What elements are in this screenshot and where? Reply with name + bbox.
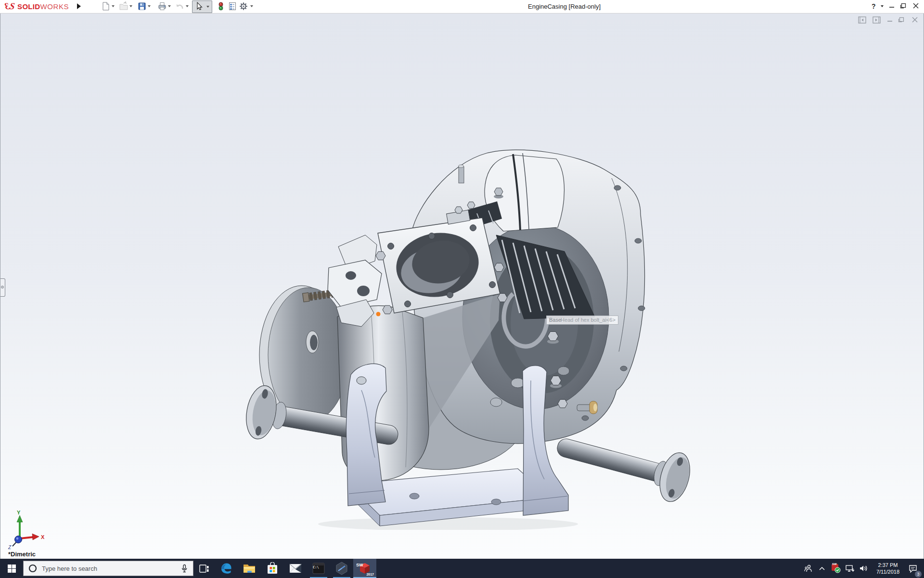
options-dropdown[interactable] (250, 5, 253, 7)
microsoft-store-icon (267, 562, 278, 575)
new-document-dropdown[interactable] (112, 5, 115, 7)
select-cursor-icon (194, 1, 204, 11)
hover-highlight-dot (376, 312, 381, 316)
close-window-icon[interactable] (912, 2, 919, 10)
triad-y-label: Y (17, 510, 21, 515)
graphics-viewport[interactable]: BaseHead of hex bolt_ai<6> Y X Z *Dimetr… (0, 13, 924, 559)
doc-close-icon[interactable] (911, 16, 918, 24)
help-icon[interactable]: ? (872, 2, 876, 10)
taskbar-clock[interactable]: 2:37 PM 7/11/2018 (873, 562, 903, 575)
cortana-icon (28, 564, 37, 573)
network-icon[interactable] (845, 561, 855, 576)
file-explorer-icon (243, 563, 256, 574)
hidden-icons-chevron-icon[interactable] (817, 561, 827, 576)
component-tooltip: BaseHead of hex bolt_ai<6> (546, 315, 618, 325)
cmd-icon-text: C:\ (313, 565, 319, 569)
notification-count-badge: 3 (915, 571, 922, 578)
open-icon[interactable] (119, 1, 128, 11)
sw-icon-year: 2017 (366, 573, 374, 576)
taskbar-app-command-prompt[interactable]: C:\ (307, 559, 330, 578)
tray-sw-letters: SW (832, 563, 837, 565)
microphone-icon[interactable] (180, 564, 188, 573)
taskbar-app-file-explorer[interactable] (238, 559, 261, 578)
taskbar-app-edge[interactable] (215, 559, 238, 578)
save-dropdown[interactable] (148, 5, 151, 7)
volume-icon[interactable] (859, 561, 869, 576)
solidworks-resource-monitor-icon[interactable]: SW (831, 561, 841, 576)
file-properties-icon[interactable] (228, 1, 237, 11)
start-button[interactable] (0, 559, 23, 578)
engine-casing-model[interactable] (159, 120, 722, 530)
clock-date: 7/11/2018 (873, 568, 903, 575)
title-bar: 3SSOLIDWORKS EngineCasing [Read-only] ? (0, 0, 924, 13)
feature-manager-collapsed-tab[interactable] (0, 278, 5, 297)
options-gear-icon[interactable] (239, 1, 248, 11)
right-pane-toggle-icon[interactable] (873, 16, 881, 24)
people-icon[interactable] (803, 561, 813, 576)
window-title: EngineCasing [Read-only] (528, 3, 601, 10)
solidworks-app-window: 3SSOLIDWORKS EngineCasing [Read-only] ? (0, 0, 924, 578)
view-orientation-label: *Dimetric (8, 551, 36, 558)
undo-icon[interactable] (175, 1, 185, 11)
open-dropdown[interactable] (129, 5, 132, 7)
action-center-icon[interactable]: 3 (907, 561, 919, 576)
search-input[interactable] (41, 565, 180, 573)
save-icon[interactable] (137, 1, 147, 11)
tooltip-text: Head of hex bolt_ai<6> (561, 317, 616, 323)
rebuild-traffic-light-icon[interactable] (216, 1, 226, 11)
doc-restore-icon[interactable] (898, 16, 905, 24)
undo-dropdown[interactable] (186, 5, 189, 7)
windows-taskbar: C:\ SW 2017 SW (0, 559, 924, 578)
edge-icon (220, 562, 232, 575)
task-view-button[interactable] (193, 559, 215, 578)
taskbar-app-solidworks[interactable]: SW 2017 (353, 559, 376, 578)
taskbar-search[interactable] (23, 561, 193, 576)
triad-x-label: X (41, 534, 45, 540)
minimize-window-icon[interactable] (888, 2, 895, 10)
new-document-icon[interactable] (101, 1, 111, 11)
select-dropdown[interactable] (206, 6, 209, 8)
taskbar-app-mail[interactable] (284, 559, 307, 578)
mail-icon (289, 564, 302, 573)
orientation-triad: Y X Z (5, 509, 50, 551)
select-tool-button[interactable] (192, 0, 212, 13)
print-icon[interactable] (157, 1, 167, 11)
panel-tab-handle-icon (1, 286, 4, 289)
doc-minimize-icon[interactable] (886, 16, 893, 24)
taskbar-app-edrawings[interactable] (330, 559, 353, 578)
help-dropdown[interactable] (881, 5, 884, 7)
sw-icon-letters: SW (356, 563, 363, 567)
restore-window-icon[interactable] (899, 2, 907, 10)
edrawings-icon (335, 562, 348, 575)
solidworks-logo: 3SSOLIDWORKS (5, 0, 69, 13)
task-view-icon (199, 565, 209, 573)
windows-logo-icon (8, 565, 16, 573)
clock-time: 2:37 PM (873, 562, 903, 568)
print-dropdown[interactable] (168, 5, 171, 7)
system-tray: SW 2:37 PM 7/11/2018 3 (803, 559, 924, 578)
triad-z-label: Z (8, 545, 12, 550)
menu-flyout-arrow-icon[interactable] (77, 3, 81, 9)
tooltip-overlap-text: Base (549, 317, 561, 323)
left-pane-toggle-icon[interactable] (858, 16, 866, 24)
taskbar-app-store[interactable] (261, 559, 284, 578)
